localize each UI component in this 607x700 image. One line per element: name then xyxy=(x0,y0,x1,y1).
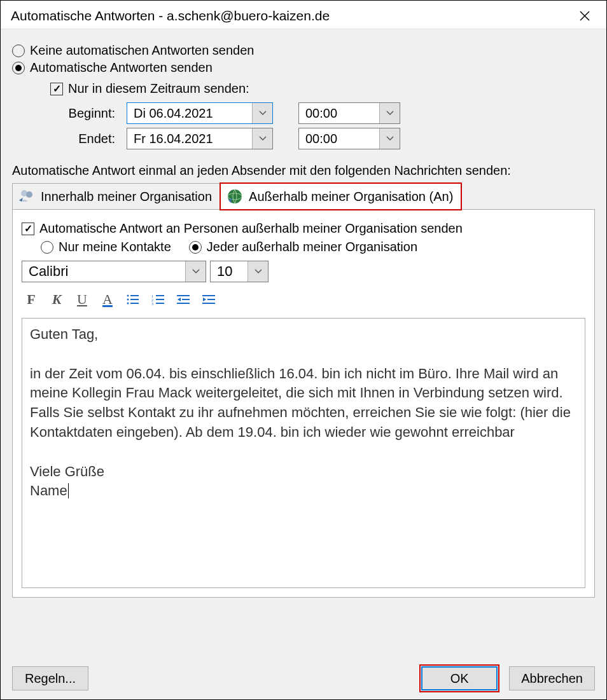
radio-icon xyxy=(41,241,53,254)
window-title: Automatische Antworten - a.schenk@buero-… xyxy=(11,8,330,24)
svg-marker-25 xyxy=(203,298,206,301)
chevron-down-icon xyxy=(252,128,272,149)
svg-rect-13 xyxy=(156,295,164,296)
svg-point-8 xyxy=(127,299,129,301)
radio-label: Jeder außerhalb meiner Organisation xyxy=(207,240,417,254)
font-toolbar: Calibri 10 xyxy=(22,261,585,282)
tab-label: Innerhalb meiner Organisation xyxy=(41,189,212,204)
chevron-down-icon xyxy=(185,261,206,282)
bullet-list-button[interactable] xyxy=(123,290,143,309)
cancel-button[interactable]: Abbrechen xyxy=(509,666,595,690)
svg-rect-9 xyxy=(130,299,139,300)
checkbox-icon xyxy=(50,83,63,95)
radio-icon xyxy=(12,45,25,57)
svg-point-10 xyxy=(127,303,129,305)
svg-point-3 xyxy=(26,191,32,198)
underline-button[interactable]: U xyxy=(73,290,92,309)
svg-rect-7 xyxy=(130,295,139,296)
start-date-combo[interactable]: Di 06.04.2021 xyxy=(127,102,273,124)
svg-rect-24 xyxy=(202,303,215,304)
end-time-combo[interactable]: 00:00 xyxy=(298,128,400,149)
svg-rect-22 xyxy=(202,295,215,296)
tab-label: Außerhalb meiner Organisation (An) xyxy=(249,189,453,204)
indent-button[interactable] xyxy=(200,290,219,309)
italic-button[interactable]: K xyxy=(47,290,66,309)
end-label: Endet: xyxy=(12,132,127,146)
recipient-scope-radios: Nur meine Kontakte Jeder außerhalb meine… xyxy=(41,240,585,254)
end-date-value: Fr 16.04.2021 xyxy=(127,132,252,146)
ok-button[interactable]: OK xyxy=(421,666,498,690)
radio-send-autoreply[interactable]: Automatische Antworten senden xyxy=(12,60,595,75)
chevron-down-icon xyxy=(379,128,400,149)
radio-label: Keine automatischen Antworten senden xyxy=(30,43,254,58)
chevron-down-icon xyxy=(379,103,400,123)
titlebar: Automatische Antworten - a.schenk@buero-… xyxy=(1,1,606,29)
svg-rect-18 xyxy=(177,295,190,296)
start-time-value: 00:00 xyxy=(299,106,379,121)
radio-icon xyxy=(189,241,202,254)
svg-rect-15 xyxy=(156,299,164,300)
tab-inside-org[interactable]: Innerhalb meiner Organisation xyxy=(12,183,220,210)
svg-rect-23 xyxy=(207,299,215,300)
dialog-footer: Regeln... OK Abbrechen xyxy=(12,666,595,690)
row-end: Endet: Fr 16.04.2021 00:00 xyxy=(12,128,595,149)
chevron-down-icon xyxy=(248,261,268,282)
people-icon xyxy=(18,188,36,205)
indent-icon xyxy=(202,294,216,305)
start-date-value: Di 06.04.2021 xyxy=(127,106,252,121)
text-cursor xyxy=(68,483,69,498)
number-list-button[interactable]: 123 xyxy=(149,290,168,309)
row-start: Beginnt: Di 06.04.2021 00:00 xyxy=(12,102,595,124)
svg-rect-11 xyxy=(130,303,139,304)
radio-no-autoreply[interactable]: Keine automatischen Antworten senden xyxy=(12,43,595,58)
font-color-icon: A xyxy=(102,291,113,308)
checkbox-send-external[interactable]: Automatische Antwort an Personen außerha… xyxy=(22,221,585,236)
font-family-value: Calibri xyxy=(22,263,185,280)
checkbox-label: Nur in diesem Zeitraum senden: xyxy=(68,81,249,96)
radio-only-contacts[interactable]: Nur meine Kontakte xyxy=(41,240,171,254)
end-time-value: 00:00 xyxy=(299,132,379,146)
svg-rect-17 xyxy=(156,303,164,304)
checkbox-icon xyxy=(22,223,34,235)
font-size-combo[interactable]: 10 xyxy=(210,261,269,282)
svg-point-6 xyxy=(127,295,129,297)
checkbox-label: Automatische Antwort an Personen außerha… xyxy=(39,221,463,236)
font-color-button[interactable]: A xyxy=(98,290,117,309)
svg-marker-21 xyxy=(178,298,181,301)
bullet-list-icon xyxy=(126,294,140,305)
tab-outside-org[interactable]: Außerhalb meiner Organisation (An) xyxy=(220,183,461,210)
section-label: Automatische Antwort einmal an jeden Abs… xyxy=(12,163,595,178)
close-icon xyxy=(579,10,590,22)
radio-label: Nur meine Kontakte xyxy=(59,240,171,254)
message-editor[interactable]: Guten Tag, in der Zeit vom 06.04. bis ei… xyxy=(22,318,585,588)
bold-button[interactable]: F xyxy=(22,290,41,309)
message-text: Guten Tag, in der Zeit vom 06.04. bis ei… xyxy=(30,326,575,498)
close-button[interactable] xyxy=(572,6,597,26)
radio-everyone-external[interactable]: Jeder außerhalb meiner Organisation xyxy=(189,240,417,254)
svg-rect-20 xyxy=(177,303,190,304)
outdent-icon xyxy=(177,294,191,305)
number-list-icon: 123 xyxy=(151,294,165,305)
radio-icon xyxy=(12,62,25,74)
globe-icon xyxy=(226,188,244,205)
font-size-value: 10 xyxy=(211,263,248,280)
tabs: Innerhalb meiner Organisation Außerhalb … xyxy=(12,183,595,210)
rules-button[interactable]: Regeln... xyxy=(12,666,88,690)
checkbox-time-range[interactable]: Nur in diesem Zeitraum senden: xyxy=(50,81,595,96)
radio-label: Automatische Antworten senden xyxy=(30,60,213,75)
end-date-combo[interactable]: Fr 16.04.2021 xyxy=(127,128,273,149)
start-label: Beginnt: xyxy=(12,106,127,121)
tab-content-outside: Automatische Antwort an Personen außerha… xyxy=(12,209,595,598)
svg-text:3: 3 xyxy=(151,302,153,305)
chevron-down-icon xyxy=(252,103,272,123)
format-toolbar: F K U A 123 xyxy=(22,289,585,310)
svg-rect-19 xyxy=(182,299,190,300)
start-time-combo[interactable]: 00:00 xyxy=(298,102,400,124)
font-family-combo[interactable]: Calibri xyxy=(22,261,206,282)
outdent-button[interactable] xyxy=(174,290,193,309)
autoreply-dialog: Automatische Antworten - a.schenk@buero-… xyxy=(0,0,607,700)
